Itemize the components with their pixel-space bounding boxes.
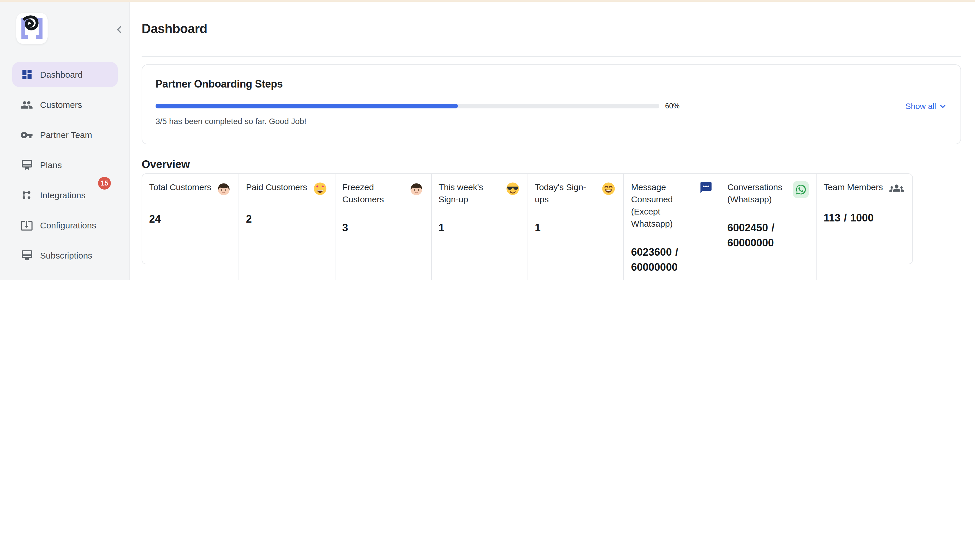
stat-card-label: Team Members [823, 181, 886, 193]
page-title: Dashboard [142, 20, 961, 38]
onboarding-progress-percent: 60% [665, 102, 680, 110]
sidebar-item-integrations[interactable]: Integrations15 [12, 183, 118, 208]
sidebar-item-label: Integrations [40, 190, 85, 200]
star-icon [20, 279, 33, 280]
main-content: Dashboard Partner Onboarding Steps 60% S… [130, 2, 975, 280]
stat-card-value: 3 [343, 220, 424, 235]
sidebar-item-label: Configurations [40, 220, 96, 230]
sidebar-item-feedbacks[interactable]: Feedbacks [12, 273, 118, 280]
title-divider [142, 56, 961, 57]
app-shell: DashboardCustomersPartner TeamPlansInteg… [0, 2, 975, 280]
grinning-emoji-icon [601, 181, 617, 197]
onboarding-card: Partner Onboarding Steps 60% Show all 3/… [142, 64, 961, 144]
stat-card-today-s-sign-ups: Today's Sign-ups1 [527, 174, 624, 280]
show-all-label: Show all [905, 102, 936, 111]
onboarding-subtitle: 3/5 has been completed so far. Good Job! [156, 117, 947, 126]
sunglasses-emoji-icon [505, 181, 520, 197]
stat-card-label: Today's Sign-ups [535, 181, 599, 205]
people-icon [20, 98, 33, 111]
overview-cards: Total Customers24Paid Customers2Freezed … [142, 173, 913, 264]
star-struck-emoji-icon [312, 181, 328, 197]
onboarding-progress-bar [156, 104, 659, 108]
configurations-icon [20, 219, 33, 232]
dashboard-icon [20, 68, 33, 81]
stat-card-this-week-s-sign-up: This week's Sign-up1 [431, 174, 527, 280]
stat-card-message-consumed-except-whatsapp: Message Consumed (Except Whatsapp)602360… [624, 174, 720, 280]
sidebar-item-customers[interactable]: Customers [12, 92, 118, 117]
sidebar-item-label: Subscriptions [40, 250, 92, 260]
sidebar-item-partner-team[interactable]: Partner Team [12, 122, 118, 147]
card-icon [20, 249, 33, 262]
overview-heading: Overview [142, 157, 961, 172]
groups-icon [888, 181, 905, 195]
sidebar-item-label: Customers [40, 100, 82, 110]
card-icon [20, 158, 33, 171]
sidebar: DashboardCustomersPartner TeamPlansInteg… [0, 2, 130, 280]
stat-card-value: 6002450 / 60000000 [727, 220, 809, 250]
boy-emoji-icon [216, 181, 232, 197]
stat-card-team-members: Team Members113 / 1000 [816, 174, 912, 280]
boy-emoji-icon [408, 181, 424, 197]
stat-card-value: 1 [535, 220, 617, 235]
integrations-count-badge: 15 [98, 177, 111, 190]
show-all-link[interactable]: Show all [905, 102, 947, 111]
stat-card-paid-customers: Paid Customers2 [239, 174, 335, 280]
sidebar-item-label: Partner Team [40, 130, 92, 140]
sidebar-item-subscriptions[interactable]: Subscriptions [12, 243, 118, 268]
whatsapp-icon [793, 181, 809, 198]
stat-card-label: Conversations (Whatsapp) [727, 181, 791, 205]
stat-card-freezed-customers: Freezed Customers3 [335, 174, 431, 280]
onboarding-title: Partner Onboarding Steps [156, 77, 947, 91]
sidebar-item-label: Dashboard [40, 70, 83, 79]
onboarding-progress-row: 60% Show all [156, 102, 947, 111]
sidebar-collapse-button[interactable] [113, 24, 126, 37]
stat-card-conversations-whatsapp: Conversations (Whatsapp)6002450 / 600000… [720, 174, 816, 280]
stat-card-label: This week's Sign-up [438, 181, 502, 205]
sidebar-item-label: Plans [40, 160, 62, 170]
chevron-down-icon [938, 102, 947, 110]
chevron-left-icon [114, 24, 125, 35]
stat-card-value: 2 [246, 212, 328, 227]
stat-card-label: Total Customers [149, 181, 214, 193]
message-icon [700, 181, 713, 194]
sidebar-item-dashboard[interactable]: Dashboard [12, 62, 118, 87]
app-root: DashboardCustomersPartner TeamPlansInteg… [0, 0, 975, 280]
stat-card-label: Freezed Customers [343, 181, 406, 205]
stat-card-value: 113 / 1000 [823, 210, 905, 225]
stat-card-label: Message Consumed (Except Whatsapp) [631, 181, 697, 230]
whatsapp-icon-box [793, 181, 809, 198]
integrations-icon [20, 189, 33, 202]
sidebar-nav: DashboardCustomersPartner TeamPlansInteg… [0, 62, 129, 280]
stat-card-value: 1 [438, 220, 520, 235]
sidebar-item-configurations[interactable]: Configurations [12, 213, 118, 238]
sidebar-item-plans[interactable]: Plans [12, 152, 118, 177]
key-icon [20, 128, 33, 141]
onboarding-progress-fill [156, 104, 458, 108]
stat-card-total-customers: Total Customers24 [142, 174, 239, 280]
stat-card-value: 6023600 / 60000000 [631, 245, 713, 275]
stat-card-value: 24 [149, 212, 232, 227]
app-logo[interactable] [16, 13, 48, 44]
logo-mark-icon [16, 13, 48, 44]
stat-card-label: Paid Customers [246, 181, 310, 193]
